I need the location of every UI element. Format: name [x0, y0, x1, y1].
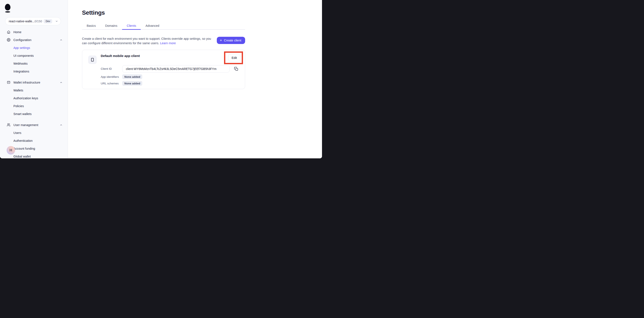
sidebar-item-authentication[interactable]: Authentication: [0, 137, 68, 145]
app-identifiers-label: App identifiers: [101, 75, 119, 79]
project-name: react-native-walle...: [9, 19, 34, 23]
smartphone-icon: [88, 55, 97, 64]
sidebar-item-wallet-infrastructure[interactable]: Wallet infrastructure: [0, 78, 68, 86]
client-card: Default mobile app client Edit Client ID…: [82, 50, 245, 89]
sidebar-item-integrations[interactable]: Integrations: [0, 67, 68, 75]
chevron-up-icon: [60, 124, 62, 127]
project-selector[interactable]: react-native-walle... 0/150 Dev: [5, 17, 61, 25]
privy-egg-logo-icon: [5, 4, 10, 13]
copy-icon[interactable]: [234, 67, 238, 71]
home-icon: [7, 30, 10, 34]
users-icon: [7, 123, 10, 127]
sidebar-nav: Home Configuration App settings UI compo…: [0, 28, 68, 158]
url-schemes-badge: None added: [122, 81, 142, 86]
project-quota: 0/150: [34, 19, 42, 23]
app-window: react-native-walle... 0/150 Dev Home Con…: [0, 0, 322, 158]
env-badge: Dev: [44, 19, 52, 23]
clients-intro-text: Create a client for each environment you…: [82, 36, 212, 45]
client-id-input[interactable]: [122, 65, 230, 72]
sidebar-item-authorization-keys[interactable]: Authorization keys: [0, 94, 68, 102]
wallet-icon: [7, 81, 10, 84]
sidebar-item-webhooks[interactable]: Webhooks: [0, 59, 68, 67]
tab-advanced[interactable]: Advanced: [141, 22, 164, 29]
sidebar-item-smart-wallets[interactable]: Smart wallets: [0, 110, 68, 118]
create-client-button[interactable]: + Create client: [217, 37, 245, 44]
chevron-up-icon: [60, 38, 62, 41]
chevron-up-icon: [60, 81, 62, 84]
tab-domains[interactable]: Domains: [100, 22, 122, 29]
page-title: Settings: [82, 9, 105, 16]
sidebar-item-home[interactable]: Home: [0, 28, 68, 36]
tab-clients[interactable]: Clients: [122, 22, 141, 29]
learn-more-link[interactable]: Learn more: [160, 41, 176, 45]
sidebar-item-user-management[interactable]: User management: [0, 121, 68, 129]
avatar-initial: H: [10, 148, 12, 153]
app-identifiers-badge: None added: [122, 74, 142, 79]
clients-intro-row: Create a client for each environment you…: [82, 36, 245, 45]
main-content: Settings Basics Domains Clients Advanced…: [68, 0, 322, 158]
edit-client-button[interactable]: Edit: [228, 54, 240, 61]
avatar[interactable]: H: [6, 146, 15, 155]
url-schemes-label: URL schemes: [101, 82, 118, 85]
gear-icon: [7, 38, 10, 42]
sidebar: react-native-walle... 0/150 Dev Home Con…: [0, 0, 68, 158]
sidebar-item-policies[interactable]: Policies: [0, 102, 68, 110]
sidebar-item-configuration[interactable]: Configuration: [0, 36, 68, 44]
chevron-down-icon: [55, 20, 58, 23]
sidebar-item-users[interactable]: Users: [0, 129, 68, 137]
client-card-title: Default mobile app client: [101, 54, 140, 58]
sidebar-item-wallets[interactable]: Wallets: [0, 86, 68, 94]
plus-icon: +: [220, 38, 222, 42]
sidebar-item-ui-components[interactable]: UI components: [0, 52, 68, 59]
client-id-label: Client ID: [101, 67, 112, 71]
settings-tabs: Basics Domains Clients Advanced: [82, 22, 245, 30]
sidebar-item-app-settings[interactable]: App settings: [0, 44, 68, 52]
tab-basics[interactable]: Basics: [82, 22, 100, 29]
